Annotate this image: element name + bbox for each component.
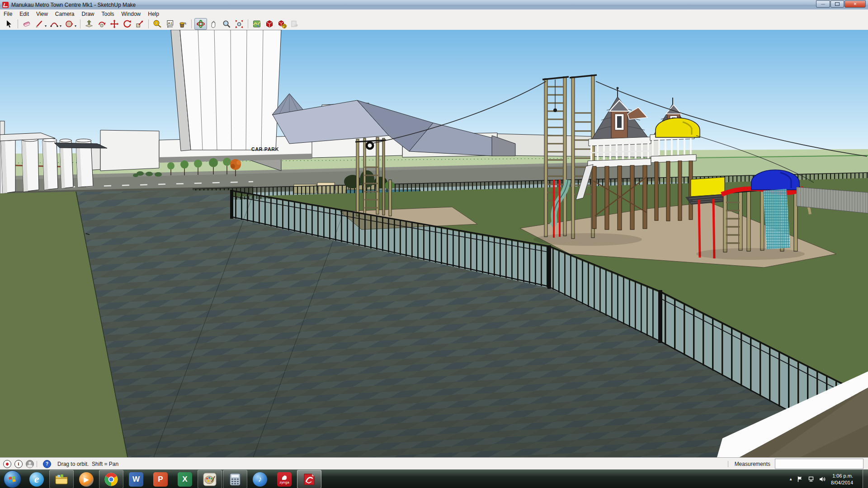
menu-file[interactable]: File bbox=[0, 9, 16, 18]
orbit-icon bbox=[196, 19, 205, 28]
get-models-button[interactable] bbox=[264, 19, 275, 29]
sign-in-avatar-icon[interactable] bbox=[26, 460, 34, 468]
powerpoint-icon: P bbox=[153, 472, 168, 487]
network-icon[interactable] bbox=[807, 476, 815, 483]
share-model-button[interactable] bbox=[276, 19, 288, 29]
follow-me-tool-button[interactable] bbox=[96, 19, 108, 29]
share-model-icon bbox=[278, 19, 287, 28]
send-to-layout-button[interactable] bbox=[289, 19, 301, 29]
pan-tool-button[interactable] bbox=[208, 19, 220, 29]
maximize-button[interactable] bbox=[830, 0, 844, 8]
circle-icon bbox=[65, 19, 74, 28]
taskbar-calculator[interactable] bbox=[223, 470, 247, 488]
paint-icon bbox=[203, 472, 217, 487]
taskbar-sketchup[interactable] bbox=[297, 470, 321, 488]
windows-explorer-icon bbox=[54, 472, 69, 487]
add-location-button[interactable] bbox=[251, 19, 263, 29]
tray-time: 1:06 p.m. bbox=[831, 473, 853, 479]
system-tray: ▲ 1:06 p.m. 8/04/2014 bbox=[789, 470, 868, 488]
taskbar-windows-explorer[interactable] bbox=[49, 470, 74, 488]
toolbar: ▾ ▾ ▾ bbox=[0, 18, 868, 30]
svg-text:A1: A1 bbox=[168, 21, 172, 25]
tape-measure-tool-button[interactable] bbox=[151, 19, 163, 29]
arc-tool-button[interactable] bbox=[48, 19, 60, 29]
help-icon[interactable]: ? bbox=[43, 460, 51, 468]
zynga-icon: zynga bbox=[277, 472, 292, 487]
close-button[interactable]: ✕ bbox=[844, 0, 866, 8]
move-tool-button[interactable] bbox=[108, 19, 120, 29]
taskbar-excel[interactable]: X bbox=[173, 470, 197, 488]
circle-dropdown[interactable]: ▾ bbox=[75, 24, 76, 28]
taskbar-media-player[interactable]: ▶ bbox=[75, 470, 98, 488]
car-park-label: CAR PARK bbox=[251, 146, 279, 152]
orbit-tool-button[interactable] bbox=[194, 18, 207, 30]
taskbar-powerpoint[interactable]: P bbox=[149, 470, 172, 488]
internet-explorer-icon: e bbox=[29, 472, 44, 487]
volume-icon[interactable] bbox=[819, 476, 826, 483]
pencil-icon bbox=[35, 19, 44, 28]
push-pull-tool-button[interactable] bbox=[83, 19, 95, 29]
tape-measure-icon bbox=[153, 19, 162, 28]
pan-icon bbox=[209, 19, 218, 28]
tower-building bbox=[171, 30, 281, 151]
scale-tool-button[interactable] bbox=[134, 19, 146, 29]
show-desktop-button[interactable] bbox=[863, 470, 868, 488]
dimension-tool-button[interactable]: A1 bbox=[164, 19, 176, 29]
media-player-icon: ▶ bbox=[79, 472, 94, 487]
status-divider bbox=[37, 461, 37, 467]
credits-icon[interactable]: i bbox=[14, 460, 23, 468]
zoom-tool-button[interactable] bbox=[221, 19, 232, 29]
select-tool-button[interactable] bbox=[3, 19, 15, 29]
tray-clock[interactable]: 1:06 p.m. 8/04/2014 bbox=[831, 473, 853, 486]
sketchup-icon bbox=[302, 473, 316, 486]
windows-start-icon bbox=[4, 470, 21, 488]
car-park-building: CAR PARK bbox=[251, 146, 279, 152]
taskbar-paint[interactable] bbox=[198, 470, 222, 488]
sketchup-app-icon bbox=[2, 2, 9, 8]
minimize-button[interactable]: — bbox=[816, 0, 830, 8]
move-icon bbox=[110, 19, 119, 28]
arc-dropdown[interactable]: ▾ bbox=[60, 24, 61, 28]
menu-camera[interactable]: Camera bbox=[52, 9, 78, 18]
zynga-badge: zynga bbox=[279, 481, 289, 484]
circle-tool-button[interactable] bbox=[63, 19, 75, 29]
show-hidden-icons[interactable]: ▲ bbox=[789, 477, 793, 481]
taskbar-internet-explorer[interactable]: e bbox=[25, 470, 48, 488]
paint-bucket-tool-button[interactable] bbox=[177, 19, 189, 29]
select-icon bbox=[5, 19, 14, 28]
taskbar-zynga[interactable]: zynga bbox=[273, 470, 296, 488]
menu-help[interactable]: Help bbox=[144, 9, 163, 18]
geolocation-icon[interactable] bbox=[3, 460, 11, 468]
calculator-icon bbox=[228, 473, 242, 486]
start-button[interactable] bbox=[0, 470, 24, 488]
line-dropdown[interactable]: ▾ bbox=[45, 24, 47, 28]
zoom-extents-icon bbox=[235, 19, 244, 28]
measurements-input[interactable] bbox=[775, 459, 863, 469]
zoom-extents-tool-button[interactable] bbox=[233, 19, 245, 29]
title-bar: Manukau Metro Town Centre Mk1 - SketchUp… bbox=[0, 0, 868, 10]
add-location-icon bbox=[252, 19, 261, 28]
menu-edit[interactable]: Edit bbox=[16, 9, 33, 18]
rotate-tool-button[interactable] bbox=[121, 19, 133, 29]
window-title: Manukau Metro Town Centre Mk1 - SketchUp… bbox=[11, 2, 136, 8]
dimension-icon: A1 bbox=[165, 19, 175, 28]
measurements-label: Measurements bbox=[735, 461, 770, 467]
menu-draw[interactable]: Draw bbox=[78, 9, 98, 18]
taskbar-itunes[interactable]: ♪ bbox=[248, 470, 272, 488]
menu-window[interactable]: Window bbox=[118, 9, 145, 18]
scale-icon bbox=[135, 19, 144, 28]
menu-tools[interactable]: Tools bbox=[98, 9, 118, 18]
status-bar: i ? Drag to orbit. Shift = Pan Measureme… bbox=[0, 457, 868, 470]
paint-bucket-icon bbox=[178, 19, 187, 28]
taskbar-word[interactable]: W bbox=[124, 470, 148, 488]
taskbar-chrome[interactable] bbox=[99, 470, 123, 488]
model-viewport[interactable]: CAR PARK bbox=[0, 30, 868, 457]
rotate-icon bbox=[123, 19, 132, 28]
action-center-flag-icon[interactable] bbox=[797, 476, 803, 483]
sketchup-window: Manukau Metro Town Centre Mk1 - SketchUp… bbox=[0, 0, 868, 488]
line-tool-button[interactable] bbox=[33, 19, 45, 29]
eraser-tool-button[interactable] bbox=[21, 19, 33, 29]
arc-icon bbox=[50, 19, 59, 28]
menu-view[interactable]: View bbox=[33, 9, 52, 18]
menu-bar: File Edit View Camera Draw Tools Window … bbox=[0, 9, 868, 19]
